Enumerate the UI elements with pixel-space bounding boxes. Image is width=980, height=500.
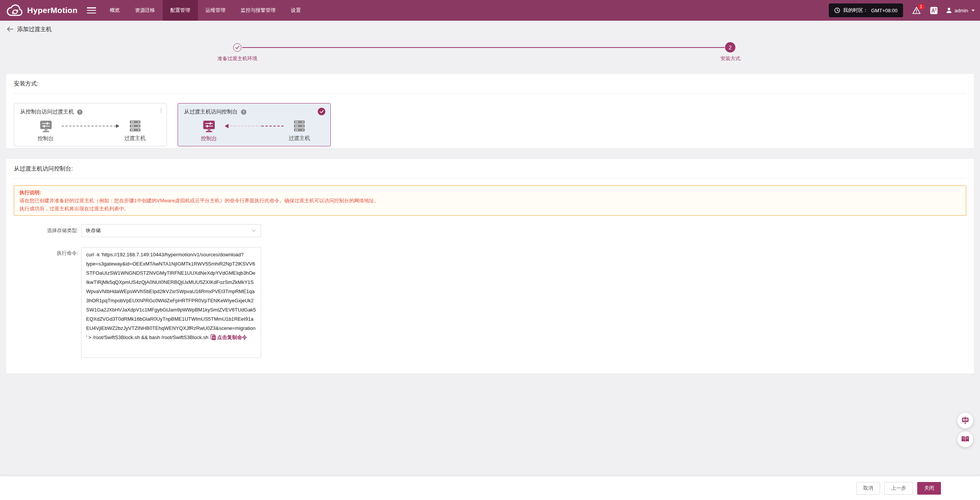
open-book-icon — [961, 436, 970, 443]
timezone-value: GMT+08:00 — [871, 8, 898, 13]
notice-line: 执行成功后，过渡主机将出现在过渡主机列表中。 — [20, 205, 960, 213]
page-header: 添加过渡主机 — [0, 21, 980, 38]
command-label: 执行命令: — [14, 247, 78, 257]
user-menu[interactable]: admin — [946, 7, 975, 14]
timezone-label: 我的时区： — [843, 7, 868, 14]
option-1-radio[interactable] — [161, 107, 162, 115]
console-icon — [39, 120, 52, 133]
chevron-down-icon — [251, 228, 256, 233]
option-2-to-label: 过渡主机 — [289, 135, 310, 142]
option-2-diagram: 控制台 — [178, 120, 330, 142]
footer-action-bar: 取消 上一步 关闭 — [0, 476, 980, 500]
storage-type-value: 块存储 — [86, 227, 101, 234]
caret-down-icon — [972, 10, 975, 11]
username: admin — [955, 8, 968, 13]
option-1-to-label: 过渡主机 — [124, 135, 146, 142]
info-icon[interactable] — [241, 109, 247, 115]
nav-item-ops-management[interactable]: 运维管理 — [198, 0, 233, 21]
console-icon — [203, 120, 216, 133]
nav-item-config-management[interactable]: 配置管理 — [163, 0, 198, 21]
arrow-left — [225, 120, 284, 132]
command-text: curl -k 'https://192.168.7.149:10443/hyp… — [86, 252, 256, 340]
alerts-button[interactable]: 1 — [912, 7, 921, 14]
cancel-button[interactable]: 取消 — [856, 482, 880, 495]
copy-command-link[interactable]: 点击复制命令 — [217, 334, 247, 340]
cloud-logo-icon — [6, 3, 24, 18]
option-1-diagram: 控制台 — [14, 120, 167, 142]
divider — [14, 178, 966, 179]
wizard-stepper: 2 准备过渡主机环境 安装方式 — [0, 41, 980, 64]
alert-count-badge: 1 — [918, 4, 924, 10]
nav-item-overview[interactable]: 概览 — [102, 0, 127, 21]
documentation-button[interactable] — [957, 431, 973, 447]
server-rack-icon — [129, 120, 142, 132]
step-connector — [242, 47, 725, 48]
assistant-robot-button[interactable] — [957, 413, 973, 428]
page-title: 添加过渡主机 — [17, 26, 52, 33]
detail-section-title: 从过渡主机访问控制台: — [6, 159, 974, 172]
info-icon[interactable] — [77, 109, 83, 115]
notice-line: 请在您已创建并准备好的过渡主机（例如：您在步骤1中创建的VMware虚拟机或云平… — [20, 197, 960, 205]
main-nav: 概览 资源迁移 配置管理 运维管理 监控与报警管理 设置 — [102, 0, 309, 21]
step-1-completed-icon[interactable] — [233, 43, 242, 52]
back-button[interactable] — [7, 26, 13, 32]
storage-type-label: 选择存储类型: — [14, 227, 78, 234]
execution-notice: 执行说明: 请在您已创建并准备好的过渡主机（例如：您在步骤1中创建的VMware… — [14, 185, 966, 216]
option-1-from-label: 控制台 — [38, 135, 54, 142]
option-2-title: 从过渡主机访问控制台 — [184, 108, 238, 115]
language-switch-button[interactable] — [930, 7, 938, 15]
arrow-right — [62, 120, 119, 132]
previous-step-button[interactable]: 上一步 — [884, 482, 913, 495]
option-1-title: 从控制台访问过渡主机 — [20, 108, 74, 115]
nav-item-resource-migration[interactable]: 资源迁移 — [127, 0, 163, 21]
divider — [14, 93, 966, 93]
translate-icon — [930, 7, 938, 15]
nav-item-monitor-alarm[interactable]: 监控与报警管理 — [233, 0, 283, 21]
step-1-label: 准备过渡主机环境 — [217, 55, 257, 62]
copy-icon[interactable] — [211, 334, 216, 343]
top-navbar: HyperMotion 概览 资源迁移 配置管理 运维管理 监控与报警管理 设置… — [0, 0, 980, 21]
install-section-title: 安装方式: — [6, 74, 974, 87]
option-2-from-label: 控制台 — [201, 135, 217, 142]
option-card-host-to-console[interactable]: 从过渡主机访问控制台 — [178, 103, 331, 146]
step-2-label: 安装方式 — [720, 55, 740, 62]
option-2-selected-check-icon[interactable] — [318, 108, 325, 115]
robot-icon — [961, 416, 970, 425]
option-card-console-to-host[interactable]: 从控制台访问过渡主机 — [14, 103, 167, 146]
brand-name: HyperMotion — [27, 6, 78, 15]
timezone-pill: 我的时区： GMT+08:00 — [829, 3, 903, 17]
storage-type-select[interactable]: 块存储 — [81, 224, 261, 237]
install-method-panel: 安装方式: 从控制台访问过渡主机 — [6, 74, 974, 148]
step-2-indicator: 2 — [725, 42, 735, 52]
server-rack-icon — [293, 120, 306, 132]
nav-item-settings[interactable]: 设置 — [283, 0, 309, 21]
host-to-console-panel: 从过渡主机访问控制台: 执行说明: 请在您已创建并准备好的过渡主机（例如：您在步… — [6, 159, 974, 374]
brand[interactable]: HyperMotion — [0, 0, 78, 21]
command-textarea[interactable]: curl -k 'https://192.168.7.149:10443/hyp… — [81, 247, 261, 358]
clock-icon — [834, 7, 840, 13]
notice-title: 执行说明: — [20, 189, 960, 197]
navbar-right: 我的时区： GMT+08:00 1 — [829, 3, 980, 17]
close-button[interactable]: 关闭 — [917, 482, 941, 495]
menu-toggle-icon[interactable] — [87, 7, 96, 13]
user-avatar-icon — [946, 7, 952, 14]
